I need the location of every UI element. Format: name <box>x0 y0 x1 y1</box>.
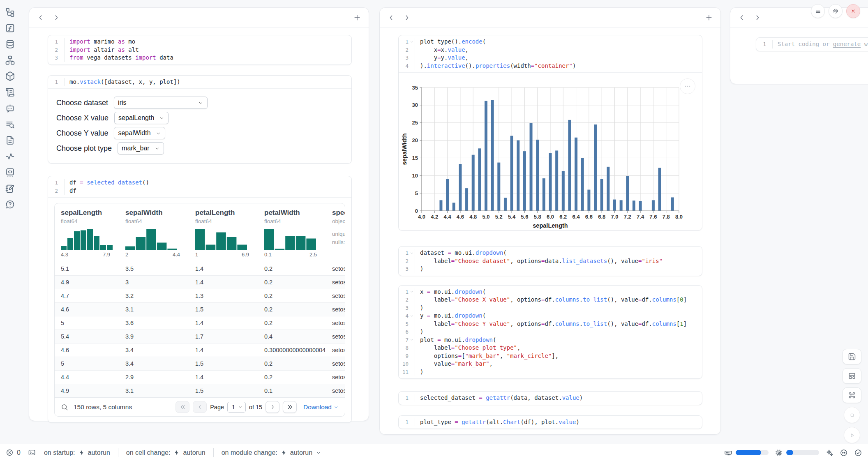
column-histogram[interactable] <box>264 228 326 250</box>
settings-button[interactable] <box>829 4 843 18</box>
code-editor[interactable]: 1import marimo as mo2import altair as al… <box>48 35 351 65</box>
on-module-change-setting[interactable]: on module change: autorun <box>222 449 321 456</box>
add-cell-button[interactable] <box>353 14 361 22</box>
code-editor-placeholder[interactable]: 1Start coding or generate with <box>756 38 868 51</box>
choose-plot-type-select[interactable]: mark_bar <box>118 142 164 154</box>
table-row[interactable]: 53.61.40.2setosa <box>55 316 345 330</box>
code-editor[interactable]: 1selected_dataset = getattr(data, datase… <box>399 392 702 405</box>
download-button[interactable]: Download <box>303 403 339 411</box>
find-replace-icon[interactable] <box>5 119 15 129</box>
search-icon[interactable] <box>61 403 68 411</box>
logs-scroll-icon[interactable] <box>5 87 15 97</box>
last-page-button[interactable] <box>283 401 297 413</box>
add-cell-button[interactable] <box>705 14 713 22</box>
table-column-header[interactable]: petalWidthfloat640.12.5 <box>258 209 326 262</box>
chart-options-button[interactable] <box>680 78 695 94</box>
table-column-header[interactable]: sepalLengthfloat644.37.9 <box>55 209 119 262</box>
bar-chart[interactable]: 4.04.24.44.64.85.05.25.45.65.86.06.26.46… <box>401 78 702 230</box>
fold-indicator-icon[interactable] <box>409 38 415 46</box>
code-line[interactable]: 2 label="Choose dataset", options=data.l… <box>399 257 702 265</box>
code-line[interactable]: 4).interactive().properties(width="conta… <box>399 62 702 70</box>
code-line[interactable]: 1selected_dataset = getattr(data, datase… <box>399 394 702 402</box>
code-line[interactable]: 3from vega_datasets import data <box>48 54 351 62</box>
choose-dataset-select[interactable]: iris <box>114 97 208 109</box>
code-line[interactable]: 1plot_type = getattr(alt.Chart(df), plot… <box>399 418 702 426</box>
collapse-column-right-icon[interactable] <box>753 14 762 22</box>
ai-assist-button[interactable] <box>825 449 833 457</box>
table-row[interactable]: 4.63.41.40.30000000000000004setosa <box>55 343 345 357</box>
shutdown-button[interactable] <box>846 4 860 18</box>
code-line[interactable]: 11) <box>399 368 702 376</box>
code-line[interactable]: 1Start coding or generate with <box>756 40 868 48</box>
code-line[interactable]: 1import marimo as mo <box>48 38 351 46</box>
error-indicator[interactable]: 0 <box>6 449 21 456</box>
package-icon[interactable] <box>5 71 15 81</box>
on-startup-setting[interactable]: on startup: autorun <box>44 449 110 456</box>
ai-chat-icon[interactable] <box>5 103 15 113</box>
fold-indicator-icon[interactable] <box>409 336 415 344</box>
fold-indicator-icon[interactable] <box>409 249 415 257</box>
run-all-button[interactable] <box>844 427 860 443</box>
layout-toggle-button[interactable] <box>843 368 861 384</box>
column-histogram[interactable] <box>125 228 189 250</box>
code-line[interactable]: 1x = mo.ui.dropdown( <box>399 288 702 296</box>
code-line[interactable]: 7plot = mo.ui.dropdown( <box>399 336 702 344</box>
table-row[interactable]: 4.63.11.50.2setosa <box>55 302 345 316</box>
table-column-header[interactable]: speciesobjectunique:nulls: <box>326 209 345 262</box>
table-row[interactable]: 4.73.21.30.2setosa <box>55 289 345 302</box>
next-page-button[interactable] <box>265 401 279 413</box>
on-cell-change-setting[interactable]: on cell change: autorun <box>126 449 205 456</box>
scratchpad-icon[interactable] <box>5 183 15 194</box>
first-page-button[interactable] <box>175 401 189 413</box>
choose-y-value-select[interactable]: sepalWidth <box>114 127 165 139</box>
code-editor[interactable]: 1x = mo.ui.dropdown(2 label="Choose X va… <box>399 286 702 379</box>
terminal-button[interactable] <box>28 449 36 456</box>
fold-indicator-icon[interactable] <box>409 288 415 296</box>
table-row[interactable]: 4.93.11.50.1setosa <box>55 384 345 397</box>
code-line[interactable]: 2import altair as alt <box>48 46 351 54</box>
code-line[interactable]: 3) <box>399 304 702 312</box>
stop-kernel-button[interactable] <box>844 407 860 423</box>
code-line[interactable]: 3 y=y.value, <box>399 54 702 62</box>
function-square-icon[interactable] <box>5 23 15 33</box>
table-column-header[interactable]: petalLengthfloat6416.9 <box>189 209 258 262</box>
code-line[interactable]: 3) <box>399 265 702 273</box>
code-line[interactable]: 2 label="Choose X value", options=df.col… <box>399 296 702 304</box>
table-column-header[interactable]: sepalWidthfloat6424.4 <box>119 209 189 262</box>
tracing-icon[interactable] <box>5 151 15 161</box>
collapse-column-left-icon[interactable] <box>37 14 45 22</box>
fold-indicator-icon[interactable] <box>409 312 415 320</box>
page-select[interactable]: 1 <box>227 402 246 413</box>
code-line[interactable]: 1dataset = mo.ui.dropdown( <box>399 249 702 257</box>
code-line[interactable]: 2 x=x.value, <box>399 46 702 54</box>
choose-x-value-select[interactable]: sepalLength <box>114 112 169 124</box>
file-tree-icon[interactable] <box>5 7 15 17</box>
code-line[interactable]: 6) <box>399 328 702 336</box>
code-line[interactable]: 4y = mo.ui.dropdown( <box>399 312 702 320</box>
menu-button[interactable] <box>811 4 825 18</box>
column-histogram[interactable] <box>61 228 119 250</box>
table-row[interactable]: 5.13.51.40.2setosa <box>55 262 345 275</box>
code-editor[interactable]: 1plot_type = getattr(alt.Chart(df), plot… <box>399 416 702 429</box>
collapse-column-right-icon[interactable] <box>52 14 60 22</box>
prev-page-button[interactable] <box>193 401 207 413</box>
documentation-icon[interactable] <box>5 135 15 145</box>
copilot-button[interactable] <box>840 449 848 457</box>
table-row[interactable]: 5.43.91.70.4setosa <box>55 330 345 343</box>
code-line[interactable]: 8 label="Choose plot type", <box>399 344 702 352</box>
collapse-column-right-icon[interactable] <box>403 14 411 22</box>
collapse-column-left-icon[interactable] <box>738 14 746 22</box>
connection-status[interactable] <box>854 449 862 457</box>
code-line[interactable]: 1plot_type().encode( <box>399 38 702 46</box>
code-line[interactable]: 1df = selected_dataset() <box>48 179 351 187</box>
table-row[interactable]: 53.41.50.2setosa <box>55 357 345 370</box>
code-line[interactable]: 5 label="Choose Y value", options=df.col… <box>399 320 702 328</box>
code-line[interactable]: 10 value="mark_bar", <box>399 360 702 368</box>
code-line[interactable]: 1mo.vstack([dataset, x, y, plot]) <box>48 78 351 86</box>
code-editor[interactable]: 1dataset = mo.ui.dropdown(2 label="Choos… <box>399 247 702 276</box>
code-editor[interactable]: 1plot_type().encode(2 x=x.value,3 y=y.va… <box>399 35 702 72</box>
command-palette-button[interactable] <box>843 387 861 403</box>
code-editor[interactable]: 1mo.vstack([dataset, x, y, plot]) <box>48 76 351 89</box>
table-row[interactable]: 4.931.40.2setosa <box>55 275 345 289</box>
help-icon[interactable] <box>5 199 15 210</box>
